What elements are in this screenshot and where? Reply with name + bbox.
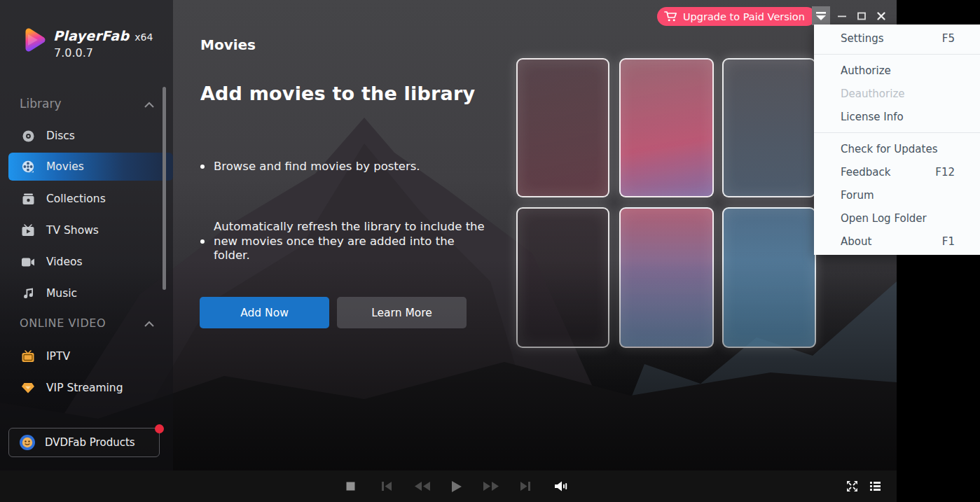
fast-forward-button[interactable]: [481, 470, 502, 502]
close-button[interactable]: [872, 6, 890, 25]
menu-item-label: Forum: [841, 189, 955, 202]
sidebar-item-label: TV Shows: [46, 224, 99, 237]
bullet-icon: [200, 165, 205, 169]
menu-item-open-log-folder[interactable]: Open Log Folder: [814, 207, 980, 230]
learn-more-button[interactable]: Learn More: [337, 297, 467, 328]
sidebar-item-label: IPTV: [46, 350, 70, 363]
menu-item-label: Feedback: [841, 166, 935, 179]
bullet-text: Browse and find movies by posters.: [214, 160, 420, 174]
playlist-button[interactable]: [866, 470, 884, 502]
sidebar-item-label: Collections: [46, 193, 106, 205]
menu-item-label: Settings: [841, 32, 942, 45]
products-button-label: DVDFab Products: [45, 436, 135, 449]
menu-item-label: License Info: [841, 111, 955, 123]
cart-icon: [664, 11, 677, 22]
sidebar-item-label: Discs: [46, 130, 75, 142]
speaker-icon: [554, 480, 568, 492]
sidebar-item-tv-shows[interactable]: TV Shows: [0, 216, 173, 244]
feature-bullet: Automatically refresh the library to inc…: [200, 220, 488, 263]
sidebar-item-movies[interactable]: Movies: [8, 153, 173, 181]
player-bar: [0, 470, 897, 502]
menu-item-label: Check for Updates: [841, 143, 955, 155]
sidebar-item-label: Music: [46, 287, 77, 300]
main-menu-popup: Settings F5 Authorize Deauthorize Licens…: [814, 25, 980, 255]
menu-item-label: Authorize: [841, 64, 955, 77]
music-note-icon: [21, 286, 35, 300]
disc-icon: [21, 129, 35, 143]
vip-diamond-icon: [21, 381, 35, 395]
film-reel-icon: [21, 160, 35, 174]
main-menu-button[interactable]: [812, 6, 830, 25]
rewind-button[interactable]: [412, 470, 433, 502]
sidebar-item-label: VIP Streaming: [46, 382, 123, 394]
play-button[interactable]: [447, 470, 465, 502]
stop-button[interactable]: [342, 470, 359, 502]
brand-name: PlayerFab: [53, 28, 129, 43]
sidebar-scrollbar[interactable]: [163, 87, 166, 290]
menu-item-shortcut: F1: [942, 235, 955, 248]
fullscreen-icon: [846, 480, 858, 492]
menu-item-settings[interactable]: Settings F5: [814, 27, 980, 50]
notification-dot: [155, 424, 164, 433]
menu-divider: [814, 132, 980, 133]
section-header-library[interactable]: Library: [20, 97, 61, 111]
chevron-up-icon[interactable]: [144, 321, 155, 328]
chevron-up-icon[interactable]: [144, 102, 155, 109]
maximize-button[interactable]: [853, 6, 871, 25]
feature-bullet: Browse and find movies by posters.: [200, 160, 420, 174]
menu-item-check-for-updates[interactable]: Check for Updates: [814, 137, 980, 160]
bullet-text: Automatically refresh the library to inc…: [214, 220, 488, 263]
tv-icon: [21, 223, 35, 237]
skip-previous-icon: [381, 481, 392, 491]
sidebar-item-discs[interactable]: Discs: [0, 122, 173, 150]
sidebar-item-collections[interactable]: Collections: [0, 185, 173, 213]
close-icon: [876, 11, 886, 21]
playerfab-logo: [18, 25, 49, 55]
upgrade-button[interactable]: Upgrade to Paid Version: [657, 7, 816, 26]
sidebar-item-vip-streaming[interactable]: VIP Streaming: [0, 374, 173, 402]
menu-item-license-info[interactable]: License Info: [814, 105, 980, 128]
menu-item-forum[interactable]: Forum: [814, 183, 980, 207]
brand-version: 7.0.0.7: [54, 46, 93, 60]
rewind-icon: [414, 481, 431, 491]
minimize-button[interactable]: [833, 6, 851, 25]
video-camera-icon: [21, 255, 35, 269]
page-heading: Add movies to the library: [200, 83, 475, 104]
app-window: Movies Add movies to the library Browse …: [0, 0, 897, 502]
previous-button[interactable]: [378, 470, 395, 502]
maximize-icon: [857, 11, 867, 21]
sidebar-item-videos[interactable]: Videos: [0, 248, 173, 276]
playlist-icon: [869, 481, 881, 491]
menu-item-label: About: [841, 235, 942, 248]
menu-icon: [815, 11, 827, 21]
bullet-icon: [200, 239, 205, 244]
iptv-icon: [21, 349, 35, 363]
play-icon: [450, 480, 462, 493]
collections-icon: [21, 192, 35, 206]
add-now-button[interactable]: Add Now: [200, 297, 329, 328]
skip-next-icon: [520, 481, 531, 491]
brand-line: PlayerFabx64: [53, 28, 153, 43]
menu-item-label: Deauthorize: [841, 88, 955, 100]
upgrade-label: Upgrade to Paid Version: [683, 11, 805, 22]
menu-divider: [814, 54, 980, 55]
menu-item-shortcut: F12: [935, 166, 955, 179]
page-title: Movies: [200, 36, 256, 53]
sidebar-item-iptv[interactable]: IPTV: [0, 342, 173, 370]
menu-item-shortcut: F5: [942, 32, 955, 45]
sidebar: PlayerFabx64 7.0.0.7 Library Discs Movie…: [0, 0, 173, 470]
menu-item-deauthorize: Deauthorize: [814, 82, 980, 105]
section-header-online-video[interactable]: ONLINE VIDEO: [20, 316, 106, 330]
volume-button[interactable]: [552, 470, 570, 502]
sidebar-item-music[interactable]: Music: [0, 279, 173, 307]
dvdfab-products-button[interactable]: DVDFab Products: [8, 428, 160, 457]
brand-arch: x64: [134, 32, 153, 43]
fullscreen-button[interactable]: [843, 470, 861, 502]
sidebar-item-label: Videos: [46, 256, 83, 268]
dvdfab-logo-icon: [19, 434, 36, 451]
menu-item-authorize[interactable]: Authorize: [814, 59, 980, 82]
stop-icon: [346, 482, 355, 491]
menu-item-feedback[interactable]: Feedback F12: [814, 160, 980, 183]
menu-item-about[interactable]: About F1: [814, 230, 980, 253]
next-button[interactable]: [517, 470, 534, 502]
